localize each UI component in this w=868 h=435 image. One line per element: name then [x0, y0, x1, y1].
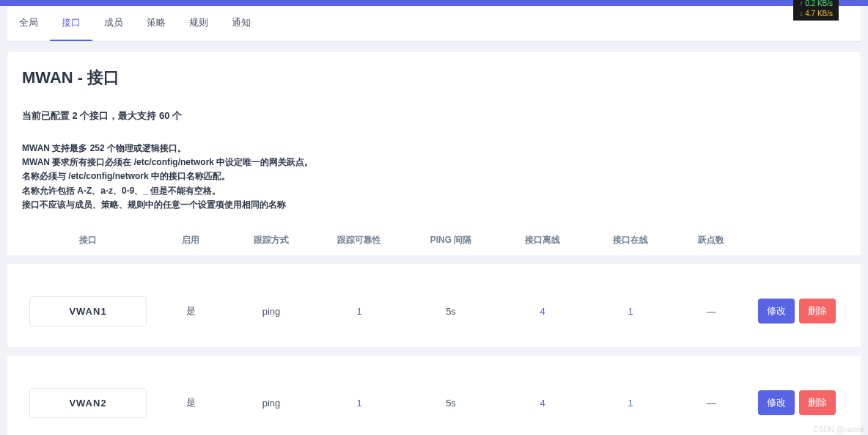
tab-member[interactable]: 成员 [92, 6, 135, 41]
cell-enabled: 是 [154, 304, 227, 318]
watermark: CSDN @namie [813, 425, 864, 434]
cell-enabled: 是 [154, 396, 227, 409]
col-header-interface: 接口 [22, 234, 154, 246]
cell-offline: 4 [499, 306, 586, 317]
cell-track: ping [227, 306, 315, 317]
download-speed: ↓ 4.7 KB/s [799, 9, 833, 19]
interface-name-box: VWAN2 [29, 388, 147, 418]
cell-metric: — [674, 398, 748, 409]
col-header-online: 接口在线 [586, 234, 674, 246]
cell-offline: 4 [499, 398, 586, 409]
cell-interface: VWAN2 [22, 388, 154, 418]
tab-container: 全局 接口 成员 策略 规则 通知 [7, 6, 861, 42]
cell-actions: 修改 删除 [748, 390, 846, 415]
tab-notification[interactable]: 通知 [220, 6, 262, 41]
delete-button[interactable]: 删除 [799, 390, 836, 415]
upload-speed: ↑ 0.2 KB/s [799, 0, 833, 9]
cell-ping: 5s [403, 306, 499, 317]
page-title: MWAN - 接口 [22, 67, 846, 89]
table-row: VWAN2 是 ping 1 5s 4 1 — 修改 删除 [7, 368, 861, 435]
cell-online: 1 [586, 398, 674, 409]
description-line: 名称必须与 /etc/config/network 中的接口名称匹配。 [22, 169, 846, 183]
cell-actions: 修改 删除 [748, 299, 846, 323]
table-row: VWAN1 是 ping 1 5s 4 1 — 修改 删除 [7, 276, 861, 347]
speed-indicator: ↑ 0.2 KB/s ↓ 4.7 KB/s [793, 0, 839, 21]
edit-button[interactable]: 修改 [758, 390, 795, 415]
table-header-row: 接口 启用 跟踪方式 跟踪可靠性 PING 间隔 接口离线 接口在线 跃点数 [7, 225, 861, 255]
content-card: MWAN - 接口 当前已配置 2 个接口，最大支持 60 个 MWAN 支持最… [7, 52, 861, 435]
description-line: 名称允许包括 A-Z、a-z、0-9、_ 但是不能有空格。 [22, 184, 846, 198]
description-line: MWAN 支持最多 252 个物理或逻辑接口。 [22, 142, 846, 156]
col-header-actions [748, 234, 846, 246]
config-summary: 当前已配置 2 个接口，最大支持 60 个 [22, 109, 846, 123]
col-header-enabled: 启用 [154, 234, 227, 246]
col-header-offline: 接口离线 [499, 234, 586, 246]
col-header-ping: PING 间隔 [403, 234, 499, 246]
delete-button[interactable]: 删除 [799, 299, 836, 323]
cell-metric: — [674, 306, 748, 317]
row-gap [7, 347, 861, 356]
row-gap [7, 255, 861, 264]
col-header-track: 跟踪方式 [227, 234, 315, 246]
edit-button[interactable]: 修改 [758, 299, 795, 323]
cell-ping: 5s [403, 398, 499, 409]
description-block: MWAN 支持最多 252 个物理或逻辑接口。 MWAN 要求所有接口必须在 /… [22, 142, 846, 212]
description-line: MWAN 要求所有接口必须在 /etc/config/network 中设定唯一… [22, 156, 846, 169]
top-header-bar: ↑ 0.2 KB/s ↓ 4.7 KB/s [0, 0, 868, 6]
tabs: 全局 接口 成员 策略 规则 通知 [7, 6, 861, 42]
tab-interface[interactable]: 接口 [50, 6, 92, 41]
interface-table: 接口 启用 跟踪方式 跟踪可靠性 PING 间隔 接口离线 接口在线 跃点数 V… [7, 225, 861, 435]
cell-interface: VWAN1 [22, 296, 154, 326]
tab-policy[interactable]: 策略 [135, 6, 177, 41]
cell-reliability: 1 [315, 306, 403, 317]
cell-online: 1 [586, 306, 674, 317]
interface-name-box: VWAN1 [29, 296, 147, 326]
description-line: 接口不应该与成员、策略、规则中的任意一个设置项使用相同的名称 [22, 198, 846, 212]
cell-reliability: 1 [315, 398, 403, 409]
tab-global[interactable]: 全局 [7, 6, 50, 41]
cell-track: ping [227, 398, 315, 409]
tab-rule[interactable]: 规则 [177, 6, 220, 41]
col-header-reliability: 跟踪可靠性 [315, 234, 403, 246]
col-header-metric: 跃点数 [674, 234, 748, 246]
